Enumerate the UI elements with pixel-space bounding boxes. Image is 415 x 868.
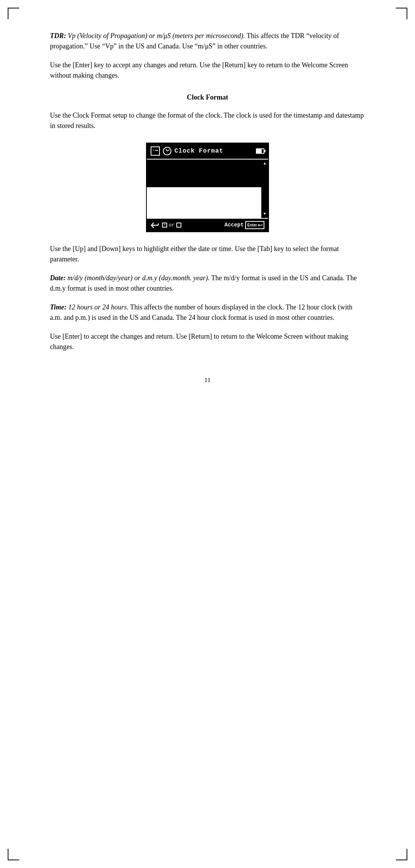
dmy-label: d.m.y [206, 162, 222, 170]
clock-hand-minute [167, 150, 170, 151]
time-options: 12 hr ✕ 24 hr [178, 176, 257, 184]
time-italic: 12 hours or 24 hours. [66, 303, 128, 311]
scroll-up-arrow: ▲ [264, 161, 266, 166]
mdy-label: m/d/y [178, 162, 194, 170]
scroll-bar: ▲ ▼ [261, 160, 268, 218]
12hr-label: 12 hr [178, 176, 194, 184]
scroll-down-arrow: ▼ [264, 211, 266, 217]
device-title: Clock Format [174, 146, 253, 156]
enter-return-paragraph: Use the [Enter] key to accept any change… [50, 60, 365, 81]
return-arrow-icon [151, 222, 159, 229]
device-rows-with-scroll: Date m/d/y ✕ d.m.y Time 12 hr ✕ [147, 160, 268, 218]
section-heading: Clock Format [50, 92, 365, 103]
device-rows-content: Date m/d/y ✕ d.m.y Time 12 hr ✕ [147, 160, 261, 218]
dmy-checkbox-unchecked [225, 164, 231, 169]
battery-fill [257, 149, 262, 153]
device-footer: ✕ or Accept Enter [147, 218, 268, 231]
footer-checkbox-group: ✕ or [162, 221, 221, 229]
page-number: 11 [50, 375, 365, 385]
x-mark: ✕ [153, 148, 154, 153]
page-container: TDR: Vp (Velocity of Propagation) or m/μ… [0, 0, 415, 868]
time-paragraph: Time: 12 hours or 24 hours. This affects… [50, 302, 365, 323]
12hr-checkbox-checked: ✕ [198, 178, 203, 183]
mdy-checkbox-checked: ✕ [198, 164, 203, 169]
footer-checkbox-checked: ✕ [162, 223, 167, 228]
enter-key-label: Enter [247, 222, 257, 228]
enter-key-icon: Enter [245, 221, 264, 229]
battery-icon [256, 148, 264, 154]
corner-mark-tl [8, 8, 19, 19]
list-icon: ✕ [151, 146, 160, 156]
navigation-paragraph: Use the [Up] and [Down] keys to highligh… [50, 244, 365, 264]
page-content: TDR: Vp (Velocity of Propagation) or m/μ… [50, 31, 365, 385]
date-label: Date [151, 162, 178, 171]
accept-text: Accept [224, 221, 244, 229]
time-label: Time [151, 176, 178, 185]
tdr-bold-label: TDR: [50, 32, 66, 40]
intro-paragraph: Use the Clock Format setup to change the… [50, 110, 365, 131]
footer-accept: Accept Enter [224, 221, 264, 229]
corner-mark-br [396, 849, 407, 860]
footer-or-text: or [169, 221, 175, 229]
tdr-italic: Vp (Velocity of Propagation) or m/μS (me… [66, 32, 245, 40]
corner-mark-bl [8, 849, 19, 860]
date-italic: m/d/y (month/day/year) or d.m.y (day.mon… [66, 274, 209, 282]
time-bold-label: Time: [50, 303, 66, 311]
list-line-1 [155, 150, 158, 151]
corner-mark-tr [396, 8, 407, 19]
time-row: Time 12 hr ✕ 24 hr [147, 173, 261, 187]
date-bold-label: Date: [50, 274, 66, 282]
final-paragraph: Use [Enter] to accept the changes and re… [50, 331, 365, 352]
footer-checkbox-unchecked [176, 223, 181, 228]
device-empty-area [147, 187, 261, 218]
24hr-checkbox-unchecked [225, 178, 231, 183]
device-screen: ✕ Clock Format [146, 143, 269, 232]
24hr-label: 24 hr [206, 176, 222, 184]
clock-icon [163, 147, 171, 155]
device-header: ✕ Clock Format [147, 143, 268, 160]
date-paragraph: Date: m/d/y (month/day/year) or d.m.y (d… [50, 273, 365, 294]
date-options: m/d/y ✕ d.m.y [178, 162, 257, 170]
tdr-paragraph: TDR: Vp (Velocity of Propagation) or m/μ… [50, 31, 365, 52]
date-row: Date m/d/y ✕ d.m.y [147, 160, 261, 173]
